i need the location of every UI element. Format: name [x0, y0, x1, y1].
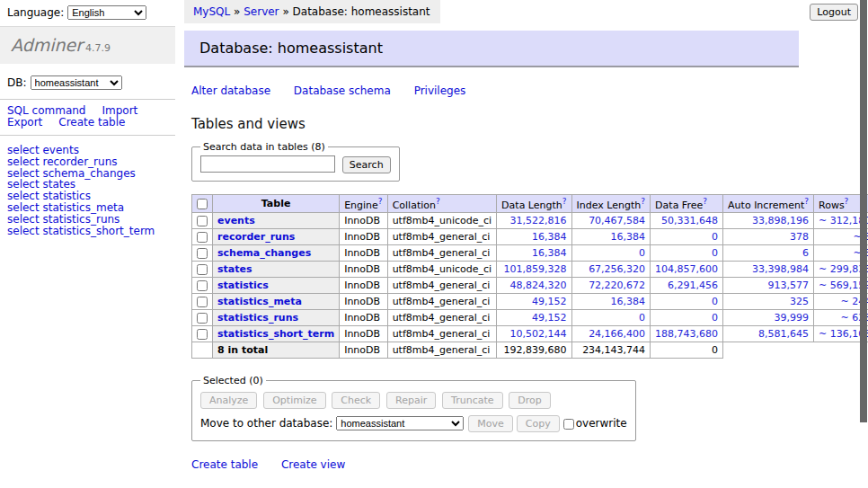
- table-name-link[interactable]: statistics_runs: [217, 312, 298, 324]
- help-icon[interactable]: ?: [378, 197, 383, 206]
- collation-cell: utf8mb4_unicode_ci: [387, 262, 496, 278]
- data-length-link[interactable]: 10,502,144: [510, 328, 567, 340]
- help-icon[interactable]: ?: [562, 197, 567, 206]
- data-free-link[interactable]: 50,331,648: [661, 215, 718, 226]
- select-all-checkbox[interactable]: [197, 199, 208, 209]
- search-input[interactable]: [200, 155, 335, 173]
- analyze-button[interactable]: Analyze: [200, 392, 257, 409]
- index-length-link[interactable]: 0: [639, 247, 645, 259]
- table-name-link[interactable]: schema_changes: [217, 247, 311, 259]
- breadcrumb-separator: »: [282, 5, 288, 18]
- help-icon[interactable]: ?: [703, 197, 707, 206]
- language-select[interactable]: English: [67, 5, 146, 20]
- index-length-link[interactable]: 24,166,400: [589, 328, 645, 340]
- index-length-link[interactable]: 0: [639, 312, 645, 324]
- adminer-header: Adminer4.7.9: [0, 26, 175, 64]
- row-checkbox[interactable]: [197, 280, 208, 291]
- data-length-link[interactable]: 16,384: [532, 247, 567, 259]
- overwrite-checkbox[interactable]: [563, 419, 574, 430]
- data-free-link[interactable]: 0: [712, 231, 718, 243]
- index-length-link[interactable]: 16,384: [611, 296, 646, 307]
- create-view-link[interactable]: Create view: [281, 458, 345, 471]
- create-table-link[interactable]: Create table: [58, 116, 125, 129]
- data-free-link[interactable]: 6,291,456: [668, 279, 718, 291]
- data-length-link[interactable]: 16,384: [532, 231, 567, 243]
- table-name-link[interactable]: statistics_short_term: [217, 328, 334, 340]
- data-length-link[interactable]: 48,824,320: [510, 279, 567, 291]
- alter-database-link[interactable]: Alter database: [191, 84, 270, 97]
- row-checkbox[interactable]: [197, 313, 208, 324]
- data-free-link[interactable]: 0: [712, 247, 718, 259]
- table-name-link[interactable]: statistics: [217, 279, 269, 291]
- create-table-link-main[interactable]: Create table: [191, 458, 258, 471]
- row-checkbox[interactable]: [197, 297, 208, 307]
- sidebar-item-select-recorder-runs[interactable]: select recorder_runs: [7, 156, 175, 168]
- data-free-link[interactable]: 0: [712, 296, 718, 307]
- import-link[interactable]: Import: [102, 104, 137, 117]
- scrollbar-thumb[interactable]: [860, 0, 867, 422]
- data-free-link[interactable]: 104,857,600: [655, 263, 718, 275]
- optimize-button[interactable]: Optimize: [263, 392, 325, 409]
- index-length-link[interactable]: 70,467,584: [589, 215, 645, 226]
- row-checkbox[interactable]: [197, 264, 208, 275]
- index-length-link[interactable]: 16,384: [611, 231, 646, 243]
- data-free-link[interactable]: 0: [712, 312, 718, 324]
- sidebar-item-select-statistics-runs[interactable]: select statistics_runs: [7, 214, 175, 226]
- export-link[interactable]: Export: [7, 116, 42, 129]
- sidebar-item-select-statistics-short-term[interactable]: select statistics_short_term: [7, 226, 175, 237]
- data-free-cell: 104,857,600: [651, 262, 723, 278]
- data-free-link[interactable]: 188,743,680: [655, 328, 718, 340]
- data-length-link[interactable]: 49,152: [532, 296, 567, 307]
- truncate-button[interactable]: Truncate: [442, 392, 502, 409]
- column-header-table: Table: [213, 194, 340, 213]
- row-checkbox[interactable]: [197, 232, 208, 243]
- auto-increment-link[interactable]: 6: [802, 247, 809, 259]
- privileges-link[interactable]: Privileges: [414, 84, 466, 97]
- data-length-link[interactable]: 31,522,816: [510, 215, 567, 226]
- logout-button[interactable]: Logout: [810, 4, 858, 21]
- auto-increment-link[interactable]: 913,577: [768, 279, 810, 291]
- auto-increment-link[interactable]: 33,898,196: [752, 215, 809, 226]
- breadcrumb-mysql-link[interactable]: MySQL: [193, 5, 230, 18]
- drop-button[interactable]: Drop: [509, 392, 550, 409]
- help-icon[interactable]: ?: [436, 197, 440, 206]
- index-length-link[interactable]: 72,220,672: [589, 279, 645, 291]
- totals-data-length: 192,839,680: [497, 342, 571, 359]
- search-button[interactable]: Search: [342, 156, 391, 173]
- move-database-select[interactable]: homeassistant: [336, 416, 464, 430]
- help-icon[interactable]: ?: [804, 197, 809, 206]
- auto-increment-link[interactable]: 325: [790, 296, 809, 307]
- breadcrumb-server-link[interactable]: Server: [244, 5, 279, 18]
- repair-button[interactable]: Repair: [386, 392, 436, 409]
- data-length-link[interactable]: 49,152: [532, 312, 567, 324]
- auto-increment-link[interactable]: 8,581,645: [758, 328, 809, 340]
- data-length-link[interactable]: 101,859,328: [504, 263, 567, 275]
- move-button[interactable]: Move: [468, 415, 513, 432]
- row-checkbox[interactable]: [197, 248, 208, 259]
- help-icon[interactable]: ?: [641, 197, 645, 206]
- database-schema-link[interactable]: Database schema: [294, 84, 391, 97]
- auto-increment-link[interactable]: 33,398,984: [752, 263, 809, 275]
- table-name-link[interactable]: recorder_runs: [217, 231, 295, 243]
- sql-command-link[interactable]: SQL command: [7, 104, 85, 117]
- row-checkbox[interactable]: [197, 216, 208, 226]
- table-name-link[interactable]: states: [217, 263, 252, 275]
- table-name-link[interactable]: events: [217, 215, 255, 226]
- table-name-link[interactable]: statistics_meta: [217, 296, 302, 307]
- db-select[interactable]: homeassistant: [31, 75, 122, 90]
- copy-button[interactable]: Copy: [517, 415, 560, 432]
- row-checkbox[interactable]: [197, 329, 208, 340]
- engine-cell: InnoDB: [340, 262, 387, 278]
- sidebar-item-select-events[interactable]: select events: [7, 145, 175, 156]
- table-name-cell: statistics_short_term: [213, 326, 340, 342]
- page-title: Database: homeassistant: [184, 31, 799, 67]
- engine-cell: InnoDB: [340, 294, 387, 310]
- index-length-link[interactable]: 67,256,320: [589, 263, 645, 275]
- help-icon[interactable]: ?: [845, 197, 849, 206]
- database-action-links: Alter database Database schema Privilege…: [191, 84, 813, 97]
- auto-increment-link[interactable]: 378: [790, 231, 809, 243]
- totals-engine: InnoDB: [340, 342, 387, 359]
- auto-increment-link[interactable]: 39,999: [775, 312, 810, 324]
- check-button[interactable]: Check: [332, 392, 380, 409]
- sidebar-item-select-statistics-meta[interactable]: select statistics_meta: [7, 202, 175, 214]
